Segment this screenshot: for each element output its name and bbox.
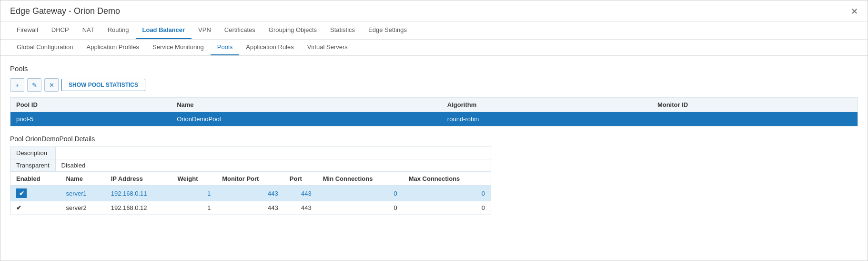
edit-pool-button[interactable]: ✎ <box>27 78 41 92</box>
tab-service-monitoring[interactable]: Service Monitoring <box>146 40 211 55</box>
member-monitor-port-cell: 443 <box>216 201 284 215</box>
member-weight-cell: 1 <box>172 186 216 201</box>
check-icon: ✔ <box>16 204 21 211</box>
nav-load-balancer[interactable]: Load Balancer <box>136 21 192 39</box>
detail-meta-table: Description Transparent Disabled <box>10 146 491 172</box>
member-ip-cell: 192.168.0.12 <box>105 201 172 215</box>
tab-virtual-servers[interactable]: Virtual Servers <box>301 40 354 55</box>
pools-table-header: Pool ID Name Algorithm Monitor ID <box>10 98 858 112</box>
member-enabled-cell: ✔ <box>10 201 61 215</box>
secondary-nav: Global Configuration Application Profile… <box>0 40 868 56</box>
tab-application-rules[interactable]: Application Rules <box>239 40 300 55</box>
col-pool-id: Pool ID <box>10 98 172 112</box>
col-monitor-port: Monitor Port <box>216 172 284 186</box>
table-row[interactable]: ✔ server1 192.168.0.11 1 443 443 0 0 <box>10 186 491 201</box>
nav-vpn[interactable]: VPN <box>192 21 218 39</box>
nav-grouping-objects[interactable]: Grouping Objects <box>262 21 323 39</box>
pools-section-title: Pools <box>10 64 858 73</box>
edit-icon: ✎ <box>32 82 37 89</box>
meta-value-transparent: Disabled <box>55 159 491 172</box>
nav-edge-settings[interactable]: Edge Settings <box>362 21 414 39</box>
pool-name-cell: OrionDemoPool <box>171 112 442 126</box>
pool-monitor-id-cell <box>652 112 858 126</box>
col-max-connections: Max Connections <box>403 172 491 186</box>
detail-row-transparent: Transparent Disabled <box>10 159 491 172</box>
pool-id-cell: pool-5 <box>10 112 172 126</box>
col-enabled: Enabled <box>10 172 61 186</box>
nav-routing[interactable]: Routing <box>101 21 136 39</box>
member-ip-cell: 192.168.0.11 <box>105 186 172 201</box>
members-table-header: Enabled Name IP Address Weight Monitor P… <box>10 172 491 186</box>
window-title: Edge Gateway - Orion Demo <box>10 6 120 16</box>
delete-icon: ✕ <box>49 82 54 89</box>
col-member-name: Name <box>60 172 105 186</box>
member-min-conn-cell: 0 <box>317 201 403 215</box>
primary-nav: Firewall DHCP NAT Routing Load Balancer … <box>0 21 868 40</box>
member-port-cell: 443 <box>284 201 317 215</box>
nav-dhcp[interactable]: DHCP <box>45 21 76 39</box>
table-row[interactable]: ✔ server2 192.168.0.12 1 443 443 0 0 <box>10 201 491 215</box>
close-button[interactable]: ✕ <box>851 7 858 16</box>
member-name-cell: server2 <box>60 201 105 215</box>
pools-toolbar: + ✎ ✕ SHOW POOL STATISTICS <box>10 78 858 92</box>
meta-value-description <box>55 147 491 159</box>
add-pool-button[interactable]: + <box>10 78 24 92</box>
tab-global-configuration[interactable]: Global Configuration <box>10 40 80 55</box>
member-min-conn-cell: 0 <box>317 186 403 201</box>
col-port: Port <box>284 172 317 186</box>
col-ip-address: IP Address <box>105 172 172 186</box>
title-bar: Edge Gateway - Orion Demo ✕ <box>0 0 868 21</box>
delete-pool-button[interactable]: ✕ <box>44 78 59 92</box>
col-algorithm: Algorithm <box>442 98 652 112</box>
member-monitor-port-cell: 443 <box>216 186 284 201</box>
pools-table: Pool ID Name Algorithm Monitor ID pool-5… <box>10 97 858 126</box>
main-content: Pools + ✎ ✕ SHOW POOL STATISTICS Pool ID… <box>0 56 868 223</box>
nav-statistics[interactable]: Statistics <box>323 21 362 39</box>
check-icon: ✔ <box>19 190 24 197</box>
members-table: Enabled Name IP Address Weight Monitor P… <box>10 172 491 215</box>
col-name: Name <box>171 98 442 112</box>
col-min-connections: Min Connections <box>317 172 403 186</box>
enabled-check-selected: ✔ <box>16 188 27 198</box>
member-name-cell: server1 <box>60 186 105 201</box>
col-weight: Weight <box>172 172 216 186</box>
nav-certificates[interactable]: Certificates <box>218 21 262 39</box>
member-max-conn-cell: 0 <box>403 201 491 215</box>
nav-firewall[interactable]: Firewall <box>10 21 45 39</box>
detail-row-description: Description <box>10 147 491 159</box>
main-window: Edge Gateway - Orion Demo ✕ Firewall DHC… <box>0 0 868 261</box>
table-row[interactable]: pool-5 OrionDemoPool round-robin <box>10 112 858 126</box>
pool-algorithm-cell: round-robin <box>442 112 652 126</box>
tab-application-profiles[interactable]: Application Profiles <box>80 40 146 55</box>
meta-label-description: Description <box>10 147 56 159</box>
member-max-conn-cell: 0 <box>403 186 491 201</box>
meta-label-transparent: Transparent <box>10 159 56 172</box>
member-enabled-cell: ✔ <box>10 186 61 201</box>
add-icon: + <box>15 82 19 89</box>
member-port-cell: 443 <box>284 186 317 201</box>
tab-pools[interactable]: Pools <box>211 40 240 55</box>
show-pool-statistics-button[interactable]: SHOW POOL STATISTICS <box>61 79 145 91</box>
detail-section-title: Pool OrionDemoPool Details <box>10 135 858 143</box>
nav-nat[interactable]: NAT <box>76 21 101 39</box>
col-monitor-id: Monitor ID <box>652 98 858 112</box>
member-weight-cell: 1 <box>172 201 216 215</box>
